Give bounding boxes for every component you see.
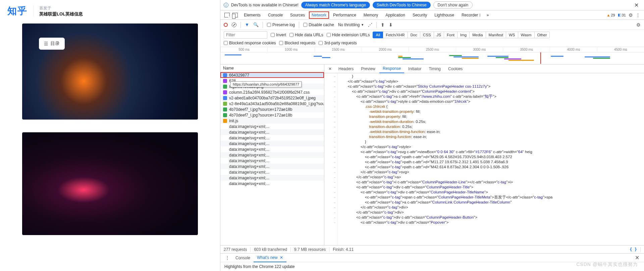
more-icon[interactable]: ⋮: [636, 12, 640, 18]
invert-checkbox[interactable]: Invert: [271, 33, 286, 37]
type-pill-doc[interactable]: Doc: [408, 32, 420, 38]
type-pill-font[interactable]: Font: [444, 32, 458, 38]
close-detail-icon[interactable]: ✕: [326, 66, 334, 71]
tab-console[interactable]: Console: [265, 11, 286, 19]
dont-show-button[interactable]: Don't show again: [433, 1, 473, 9]
throttling-select[interactable]: No throttling ▼: [338, 22, 364, 27]
hide-data-urls-checkbox[interactable]: Hide data URLs: [289, 33, 323, 37]
settings-icon[interactable]: ⚙: [629, 12, 633, 18]
tab-memory[interactable]: Memory: [360, 11, 381, 19]
tab-performance[interactable]: Performance: [330, 11, 360, 19]
request-row[interactable]: data:image/svg+xml;...: [220, 158, 324, 164]
type-pill-js[interactable]: JS: [434, 32, 444, 38]
type-pill-fetch-xhr[interactable]: Fetch/XHR: [383, 32, 408, 38]
tab-response[interactable]: Response: [379, 64, 404, 73]
tab-timing[interactable]: Timing: [425, 65, 444, 73]
clear-icon[interactable]: [232, 22, 236, 27]
request-detail-panel: ✕ Headers Preview Response Initiator Tim…: [324, 64, 644, 245]
zhihu-title[interactable]: 英雄联盟LOL英雄信息: [39, 11, 83, 17]
tab-headers[interactable]: Headers: [335, 65, 357, 73]
request-row[interactable]: data:image/svg+xml;...: [220, 124, 324, 129]
response-body[interactable]: ------------------------------ } </c-att…: [324, 73, 644, 245]
request-name: data:image/svg+xml;...: [229, 130, 269, 135]
hide-extension-urls-checkbox[interactable]: Hide extension URLs: [327, 33, 370, 37]
type-pill-manifest[interactable]: Manifest: [486, 32, 506, 38]
info-icon: i: [224, 3, 228, 7]
issues-badge[interactable]: ◧31: [618, 13, 626, 17]
tab-network[interactable]: Network: [309, 11, 329, 19]
tab-lighthouse[interactable]: Lighthouse: [431, 11, 458, 19]
tab-overflow-icon[interactable]: »: [485, 13, 491, 17]
request-row[interactable]: data:image/svg+xml;...: [220, 164, 324, 169]
type-pill-ws[interactable]: WS: [506, 32, 518, 38]
resource-size: 9.7 MB resources: [294, 247, 329, 252]
banner-close-icon[interactable]: ✕: [632, 2, 641, 8]
file-type-icon: [223, 85, 227, 89]
request-row[interactable]: init.js: [220, 118, 324, 124]
network-conditions-icon[interactable]: ⋰: [368, 22, 372, 27]
type-pill-other[interactable]: Other: [534, 32, 550, 38]
request-row[interactable]: data:image/svg+xml;...: [220, 146, 324, 152]
blocked-cookies-checkbox[interactable]: Blocked response cookies: [224, 41, 276, 45]
request-row[interactable]: column.216a26f4.936827b41f006f6d2f47.css: [220, 89, 324, 95]
request-row[interactable]: data:image/svg+xml;...: [220, 152, 324, 158]
device-toggle-icon[interactable]: [232, 13, 238, 17]
tab-sources[interactable]: Sources: [287, 11, 308, 19]
article-image-2[interactable]: [22, 132, 198, 235]
request-name: data:image/svg+xml;...: [229, 124, 269, 129]
request-name: column.216a26f4.936827b41f006f6d2f47.css: [229, 90, 310, 95]
request-row[interactable]: data:image/svg+xml;...: [220, 181, 324, 186]
toc-button[interactable]: ☰ 目录: [39, 38, 65, 50]
tab-security[interactable]: Security: [409, 11, 430, 19]
name-column-header[interactable]: Name: [220, 64, 324, 72]
type-pill-media[interactable]: Media: [469, 32, 486, 38]
tab-initiator[interactable]: Initiator: [405, 65, 425, 73]
filter-icon[interactable]: ▼: [245, 22, 249, 27]
preserve-log-checkbox[interactable]: Preserve log: [267, 22, 295, 27]
search-icon[interactable]: 🔍: [253, 22, 259, 27]
tab-preview[interactable]: Preview: [358, 65, 379, 73]
filter-input[interactable]: [224, 31, 267, 39]
tab-cookies[interactable]: Cookies: [445, 65, 466, 73]
request-row[interactable]: data:image/svg+xml;...: [220, 129, 324, 135]
request-row[interactable]: data:image/svg+xml;...: [220, 141, 324, 146]
type-pill-wasm[interactable]: Wasm: [518, 32, 535, 38]
warnings-badge[interactable]: ▲29: [607, 13, 615, 17]
switch-chinese-button[interactable]: Switch DevTools to Chinese: [373, 2, 431, 8]
import-har-icon[interactable]: ⬆: [381, 22, 385, 28]
request-row[interactable]: data:image/svg+xml;...: [220, 175, 324, 181]
disable-cache-checkbox[interactable]: Disable cache: [303, 22, 334, 27]
drawer-tab-whatsnew[interactable]: What's new ✕: [254, 254, 286, 262]
drawer-close-icon[interactable]: ✕: [632, 255, 642, 261]
type-pill-css[interactable]: CSS: [420, 32, 434, 38]
blocked-requests-checkbox[interactable]: Blocked requests: [279, 41, 315, 45]
zhihu-logo[interactable]: 知乎: [7, 5, 28, 17]
file-type-icon: [223, 182, 227, 186]
request-list[interactable]: 664329877628...logo.e049e9b9.pngcolumn.2…: [220, 72, 324, 245]
type-pill-img[interactable]: Img: [457, 32, 470, 38]
tab-application[interactable]: Application: [382, 11, 409, 19]
drawer-tab-console[interactable]: Console: [232, 254, 254, 262]
network-timeline[interactable]: 500 ms1000 ms1500 ms2000 ms2500 ms3000 m…: [220, 47, 644, 64]
pretty-print-icon[interactable]: { }: [630, 247, 641, 252]
network-status-bar: 277 requests 603 kB transferred 9.7 MB r…: [220, 245, 644, 253]
match-language-button[interactable]: Always match Chrome's language: [301, 2, 370, 8]
request-row[interactable]: v2-abed1a8c04700ba7d72b45195223e0ff_l.jp…: [220, 95, 324, 101]
type-pill-all[interactable]: All: [373, 32, 383, 38]
request-row[interactable]: 4b70deef7_l.jpg?source=172ae18b: [220, 112, 324, 118]
request-row[interactable]: data:image/svg+xml;...: [220, 135, 324, 141]
drawer-more-icon[interactable]: ⋮: [222, 255, 232, 261]
request-row[interactable]: 4b70deef7_l.jpg?source=172ae18b: [220, 106, 324, 112]
request-row[interactable]: data:image/svg+xml;...: [220, 169, 324, 175]
inspect-icon[interactable]: [224, 13, 230, 17]
third-party-checkbox[interactable]: 3rd-party requests: [319, 41, 357, 45]
request-name: data:image/svg+xml;...: [229, 141, 269, 146]
request-row[interactable]: 664329877: [220, 72, 324, 78]
network-settings-icon[interactable]: ⚙: [636, 22, 641, 28]
export-har-icon[interactable]: ⬇: [389, 22, 393, 28]
request-name: data:image/svg+xml;...: [229, 159, 269, 163]
request-row[interactable]: v2-8e49a1a343a1ad50ba5b2e88a08819d0_l.jp…: [220, 101, 324, 106]
tab-elements[interactable]: Elements: [240, 11, 264, 19]
tab-recorder[interactable]: Recorder ⁞: [458, 11, 484, 19]
record-icon[interactable]: [224, 23, 228, 27]
